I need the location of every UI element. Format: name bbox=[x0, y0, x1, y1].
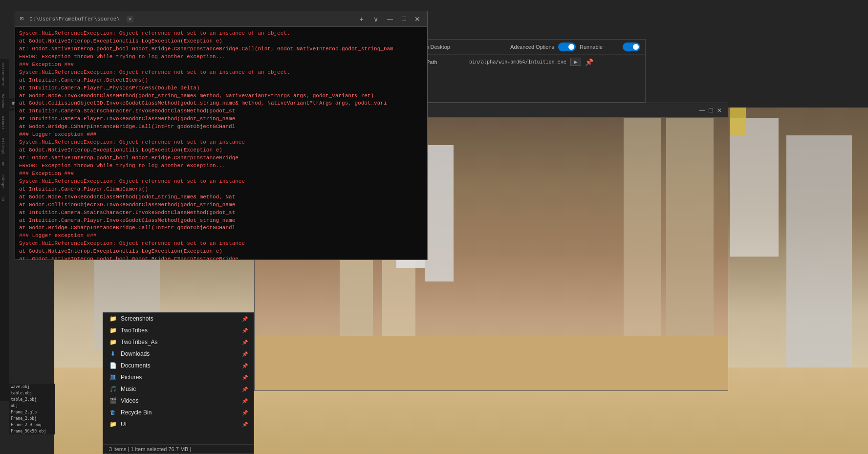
terminal-line: System.NullReferenceException: Object re… bbox=[19, 139, 423, 147]
file-manager-panel[interactable]: 📁Screenshots📌📁TwoTribes📌📁TwoTribes_As📌⬇D… bbox=[103, 312, 254, 454]
game-scene-element bbox=[624, 118, 661, 349]
pin-icon: 📌 bbox=[242, 398, 248, 404]
nav-item[interactable]: BAnima bbox=[0, 90, 6, 112]
file-folder-icon: 📁 bbox=[109, 326, 117, 334]
file-manager-item[interactable]: 🗑Recycle Bin📌 bbox=[103, 407, 254, 418]
terminal-close-button[interactable]: ✕ bbox=[412, 14, 422, 24]
file-manager-item[interactable]: 📁TwoTribes_As📌 bbox=[103, 336, 254, 348]
file-item-name: Recycle Bin bbox=[121, 409, 152, 416]
terminal-tab-close[interactable]: ✕ bbox=[127, 16, 133, 22]
run-config-path-row: Path bin/alpha/win-amd64/Intuition.exe ▶… bbox=[421, 55, 645, 69]
file-manager-item[interactable]: 📁TwoTribes📌 bbox=[103, 324, 254, 336]
terminal-line: at Godot.NativeInterop.ExceptionUtils.Lo… bbox=[19, 248, 423, 256]
scene-accent bbox=[730, 108, 746, 135]
terminal-line: at Intuition.Camera.Player._PhysicsProce… bbox=[19, 85, 423, 92]
browse-button[interactable]: ▶ bbox=[570, 58, 581, 66]
file-folder-icon: 📁 bbox=[109, 315, 117, 323]
terminal-line: ### Exception ### bbox=[19, 61, 423, 69]
terminal-line: at Godot.Bridge.CSharpInstanceBridge.Cal… bbox=[19, 224, 423, 232]
file-item-name: Screenshots bbox=[121, 315, 153, 322]
file-manager-item[interactable]: 📁Screenshots📌 bbox=[103, 313, 254, 324]
terminal-line: at Godot.CollisionObject3D.InvokeGodotCl… bbox=[19, 201, 423, 209]
path-label: Path bbox=[426, 59, 465, 65]
nav-item[interactable]: eilingG bbox=[0, 134, 6, 158]
pin-icon: 📌 bbox=[242, 387, 248, 392]
pin-icon: 📌 bbox=[242, 375, 248, 380]
file-item[interactable]: Frame_2.glb bbox=[9, 409, 55, 415]
terminal-line: at: Godot.NativeInterop.godot_bool Godot… bbox=[19, 154, 423, 162]
terminal-line: ### Logger exception ### bbox=[19, 131, 423, 139]
terminal-line: at: Godot.NativeInterop.godot_bool Godot… bbox=[19, 256, 423, 259]
terminal-line: at Godot.Node.InvokeGodotClassMethod(god… bbox=[19, 194, 423, 201]
intuition-minimize-button[interactable]: — bbox=[698, 107, 705, 114]
file-item-name: UI bbox=[121, 421, 127, 428]
desktop-label: s Desktop bbox=[426, 44, 465, 50]
file-folder-icon: 📁 bbox=[109, 338, 117, 346]
terminal-maximize-button[interactable]: ☐ bbox=[399, 14, 409, 24]
nav-item[interactable]: nShape bbox=[0, 171, 6, 193]
terminal-line: at Intuition.Camera.Player.DetectItems() bbox=[19, 77, 423, 85]
tab-dropdown-button[interactable]: ∨ bbox=[370, 14, 381, 24]
file-manager-item[interactable]: ⬇Downloads📌 bbox=[103, 348, 254, 360]
advanced-options-toggle[interactable] bbox=[558, 43, 576, 51]
file-manager-item[interactable]: 📁UI📌 bbox=[103, 418, 254, 430]
file-item-name: Downloads bbox=[121, 350, 150, 357]
terminal-line: ### Logger exception ### bbox=[19, 232, 423, 240]
runnable-label: Runnable bbox=[580, 44, 619, 50]
runnable-toggle[interactable] bbox=[623, 43, 640, 51]
file-folder-icon: 🗑 bbox=[109, 409, 117, 416]
pin-icon: 📌 bbox=[242, 316, 248, 322]
file-item-name: TwoTribes bbox=[121, 327, 148, 334]
pin-icon: 📌 bbox=[242, 422, 248, 427]
terminal-line: System.NullReferenceException: Object re… bbox=[19, 30, 423, 38]
game-floor bbox=[255, 336, 728, 390]
nav-item[interactable]: nvironment bbox=[0, 59, 6, 90]
file-item[interactable]: wave.obj bbox=[9, 384, 55, 390]
pin-button[interactable]: 📌 bbox=[585, 58, 593, 66]
game-scene-element bbox=[425, 145, 453, 281]
run-config-panel: s Desktop Advanced Options Runnable Path… bbox=[421, 39, 646, 103]
pin-icon: 📌 bbox=[242, 410, 248, 415]
file-item[interactable]: table.obj bbox=[9, 390, 55, 396]
file-manager-item[interactable]: 🖼Pictures📌 bbox=[103, 371, 254, 383]
nav-item[interactable]: ne bbox=[0, 158, 6, 171]
terminal-line: System.NullReferenceException: Object re… bbox=[19, 240, 423, 248]
file-item[interactable]: table_2.obj bbox=[9, 396, 55, 403]
terminal-title: C:\Users\Framebuffer\source\ bbox=[29, 16, 120, 22]
terminal-line: at Godot.NativeInterop.ExceptionUtils.Lo… bbox=[19, 147, 423, 154]
pin-icon: 📌 bbox=[242, 351, 248, 357]
nav-item[interactable]: 3D bbox=[0, 193, 6, 205]
terminal-minimize-button[interactable]: — bbox=[385, 14, 395, 24]
terminal-icon: ⊡ bbox=[20, 15, 23, 22]
terminal-line: at: Godot.NativeInterop.godot_bool Godot… bbox=[19, 45, 423, 53]
file-manager-item[interactable]: 📄Documents📌 bbox=[103, 360, 254, 371]
terminal-line: at Godot.Node.InvokeGodotClassMethod(god… bbox=[19, 92, 423, 100]
file-item-name: Music bbox=[121, 386, 136, 392]
intuition-close-button[interactable]: ✕ bbox=[716, 107, 723, 114]
file-item[interactable]: Frame_2.obj bbox=[9, 415, 55, 422]
terminal-line: at Intuition.Camera.StairsCharacter.Invo… bbox=[19, 108, 423, 115]
new-tab-button[interactable]: + bbox=[357, 14, 367, 24]
godot-left-nav: nvironment BAnima nimati eilingG ne nSha… bbox=[0, 59, 9, 401]
file-manager-item[interactable]: 🎬Videos📌 bbox=[103, 395, 254, 407]
terminal-line: ### Exception ### bbox=[19, 170, 423, 178]
file-item[interactable]: Frame_2_0.png bbox=[9, 422, 55, 428]
intuition-maximize-button[interactable]: ☐ bbox=[707, 107, 714, 114]
file-item-name: Pictures bbox=[121, 374, 142, 381]
file-folder-icon: 📄 bbox=[109, 362, 117, 369]
terminal-body: System.NullReferenceException: Object re… bbox=[15, 27, 427, 259]
terminal-window[interactable]: ⊡ C:\Users\Framebuffer\source\ ✕ + ∨ — ☐… bbox=[15, 11, 428, 260]
terminal-line: at Godot.Bridge.CSharpInstanceBridge.Cal… bbox=[19, 123, 423, 131]
terminal-line: System.NullReferenceException: Object re… bbox=[19, 178, 423, 186]
file-item[interactable]: obj bbox=[9, 403, 55, 409]
nav-item[interactable]: nimati bbox=[0, 112, 6, 134]
advanced-options-label: Advanced Options bbox=[510, 44, 554, 50]
file-manager-item[interactable]: 🎵Music📌 bbox=[103, 383, 254, 395]
godot-file-list: wave.obj table.obj table_2.obj obj Frame… bbox=[9, 384, 55, 434]
file-folder-icon: 🖼 bbox=[109, 373, 117, 381]
path-value: bin/alpha/win-amd64/Intuition.exe bbox=[469, 59, 566, 65]
terminal-line: ERROR: Exception thrown while trying to … bbox=[19, 53, 423, 61]
scene-element bbox=[730, 118, 779, 257]
file-folder-icon: 🎬 bbox=[109, 397, 117, 405]
file-item[interactable]: Frame_50x50.obj bbox=[9, 428, 55, 434]
